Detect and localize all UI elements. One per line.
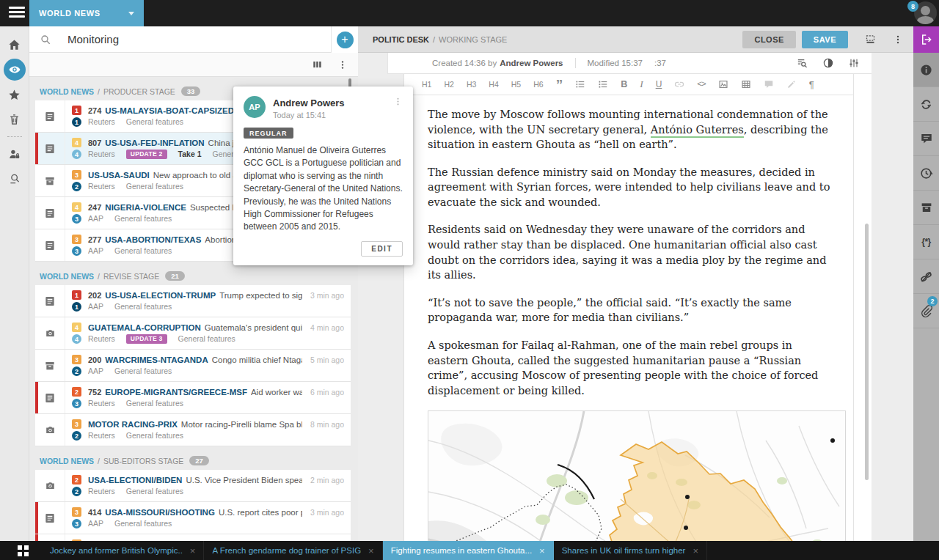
comments-tab[interactable] <box>913 122 939 156</box>
toolbar-h4-button[interactable]: H4 <box>489 81 498 89</box>
left-navigation-rail <box>0 26 29 541</box>
workspace-selector[interactable]: WORLD NEWS <box>29 0 144 26</box>
attachments-tab[interactable]: 2 <box>913 294 939 328</box>
item-slugline[interactable]: US-USA-SAUDI <box>88 171 150 180</box>
tab-close-icon[interactable]: × <box>693 546 698 556</box>
toolbar-comment-icon[interactable] <box>764 79 774 89</box>
item-slugline[interactable]: WARCRIMES-NTAGANDA <box>105 355 208 364</box>
list-item[interactable]: 2 2 USA-ELECTIONI/BIDEN U.S. Vice Presid… <box>35 470 351 502</box>
list-item[interactable]: 3 2 200 WARCRIMES-NTAGANDA Congo militia… <box>35 350 351 382</box>
toolbar-blockquote-button[interactable]: ” <box>556 81 563 88</box>
article-editor[interactable]: The move by Moscow follows mounting inte… <box>404 95 853 541</box>
toolbar-h6-button[interactable]: H6 <box>533 81 543 89</box>
meta-icons <box>796 57 872 70</box>
item-slugline[interactable]: NIGERIA-VIOLENCE <box>105 203 186 212</box>
toolbar-image-icon[interactable] <box>718 79 728 89</box>
attachments-count-badge: 2 <box>927 296 938 306</box>
list-item[interactable]: 3 3 414 USA-MISSOURI/SHOOTING U.S. repor… <box>35 502 351 534</box>
author-avatar: AP <box>244 96 266 118</box>
list-item[interactable]: 4 4 GUATEMALA-CORRUPTION Guatemala's pre… <box>35 317 351 350</box>
contrast-theme-icon[interactable] <box>822 57 834 69</box>
editor-settings-sliders-icon[interactable] <box>848 57 860 69</box>
article-paragraph[interactable]: The move by Moscow follows mounting inte… <box>428 107 831 152</box>
monitoring-search[interactable]: Monitoring + <box>29 26 358 53</box>
monitoring-eye-icon[interactable] <box>0 57 29 82</box>
toolbar-link-icon[interactable] <box>674 79 684 89</box>
item-slugline[interactable]: USA-ELECTIONI/BIDEN <box>88 476 182 485</box>
personal-space-icon[interactable] <box>0 141 29 166</box>
stage-header[interactable]: WORLD NEWS / REVISE STAGE 21 <box>40 271 351 281</box>
toolbar-underline-button[interactable]: U <box>656 80 662 89</box>
item-slugline[interactable]: EUROPE-MIGRANTS/GREECE-MSF <box>105 388 247 397</box>
tab-close-icon[interactable]: × <box>368 546 374 556</box>
close-button[interactable]: CLOSE <box>742 31 795 48</box>
toolbar-h2-button[interactable]: H2 <box>444 81 453 89</box>
stage-header[interactable]: WORLD NEWS / SUB-EDITORS STAGE 27 <box>40 456 351 465</box>
list-item[interactable]: 1 1 202 US-USA-ELECTION-TRUMP Trump expe… <box>35 285 351 317</box>
stage-separator: / <box>98 87 100 96</box>
tab-close-icon[interactable]: × <box>190 546 196 556</box>
toolbar-italic-button[interactable]: I <box>640 79 643 89</box>
authoring-kebab-icon[interactable] <box>893 34 903 45</box>
priority-badge: 1 <box>72 290 81 300</box>
add-content-button[interactable]: + <box>337 32 354 48</box>
article-paragraph[interactable]: The Russian defence ministry said on Mon… <box>428 165 831 210</box>
item-slugline[interactable]: USA-MISSOURI/SHOOTING <box>105 508 215 517</box>
item-genre: General features <box>126 182 183 191</box>
annotated-text[interactable]: António Guterres <box>651 124 744 138</box>
list-item[interactable]: 3 2 MOTOR RACING-PRIX Motor racing-Pirel… <box>35 414 351 446</box>
item-slugline[interactable]: US-MALAYSIA-BOAT-CAPSIZED <box>105 106 234 115</box>
send-to-button[interactable] <box>913 26 939 53</box>
monitoring-menu-kebab-icon[interactable] <box>337 59 348 70</box>
history-tab[interactable] <box>913 156 939 191</box>
toolbar-table-icon[interactable] <box>741 79 751 89</box>
urgency-badge: 3 <box>72 214 81 224</box>
toolbar-h5-button[interactable]: H5 <box>511 81 521 89</box>
packages-tab[interactable] <box>913 191 939 225</box>
dashboard-home-icon[interactable] <box>0 32 29 57</box>
item-slugline[interactable]: USA-ABORTION/TEXAS <box>105 235 201 244</box>
item-number: 274 <box>88 106 101 115</box>
info-tab[interactable] <box>913 53 939 87</box>
workqueue-grid-icon[interactable] <box>18 545 29 556</box>
toolbar-h1-button[interactable]: H1 <box>422 81 431 89</box>
fetch-exchange-tab[interactable] <box>913 87 939 122</box>
toolbar-unordered-list-icon[interactable] <box>575 79 585 89</box>
macros-tab[interactable]: {*} <box>913 225 939 259</box>
updated-flag <box>35 133 38 164</box>
toolbar-bold-button[interactable]: B <box>621 80 627 89</box>
workqueue-tab[interactable]: Fighting resumes in eastern Ghouta...× <box>383 541 554 560</box>
hamburger-menu-icon[interactable] <box>9 7 25 20</box>
toolbar-code-button[interactable]: <> <box>697 80 705 89</box>
workqueue-tab[interactable]: Jockey and former British Olympic..× <box>42 541 204 560</box>
minimize-icon[interactable] <box>864 34 877 45</box>
linked-items-tab[interactable] <box>913 259 939 294</box>
workqueue-tab[interactable]: Shares in UK oil firms turn higher× <box>554 541 707 560</box>
save-button[interactable]: SAVE <box>802 31 848 48</box>
item-slugline[interactable]: MOTOR RACING-PRIX <box>88 420 178 429</box>
create-item-cell: + <box>331 26 358 53</box>
toolbar-pilcrow-button[interactable]: ¶ <box>809 80 814 89</box>
list-item[interactable]: 3 2 US-WARCRIMES-NTAGANDA Congo militia … <box>35 534 351 541</box>
starred-items-icon[interactable] <box>0 82 29 107</box>
item-badges: 3 2 <box>65 170 88 191</box>
toolbar-annotation-icon[interactable] <box>786 79 797 89</box>
article-paragraph[interactable]: “It’s not to save the people,” the offic… <box>428 295 831 325</box>
spike-trash-icon[interactable] <box>0 107 29 132</box>
edit-button[interactable]: EDIT <box>361 241 403 257</box>
editor-scrollbar[interactable] <box>865 224 869 480</box>
global-search-icon[interactable] <box>0 166 29 191</box>
article-paragraph[interactable]: Residents said on Wednesday they were un… <box>428 222 831 282</box>
item-slugline[interactable]: US-USA-ELECTION-TRUMP <box>105 291 216 300</box>
tab-close-icon[interactable]: × <box>539 546 545 556</box>
workqueue-tab[interactable]: A French gendarme dog trainer of PSIG× <box>204 541 382 560</box>
column-view-icon[interactable] <box>312 59 323 70</box>
list-item[interactable]: 2 3 752 EUROPE-MIGRANTS/GREECE-MSF Aid w… <box>35 382 351 414</box>
article-paragraph[interactable]: A spokesman for Failaq al-Rahman, one of… <box>428 338 831 398</box>
item-slugline[interactable]: GUATEMALA-CORRUPTION <box>88 323 201 332</box>
toolbar-h3-button[interactable]: H3 <box>467 81 476 89</box>
popover-kebab-icon[interactable] <box>393 96 403 107</box>
toolbar-ordered-list-icon[interactable] <box>598 79 608 89</box>
item-slugline[interactable]: US-USA-FED-INFLATION <box>105 139 204 147</box>
find-replace-icon[interactable] <box>796 57 808 70</box>
